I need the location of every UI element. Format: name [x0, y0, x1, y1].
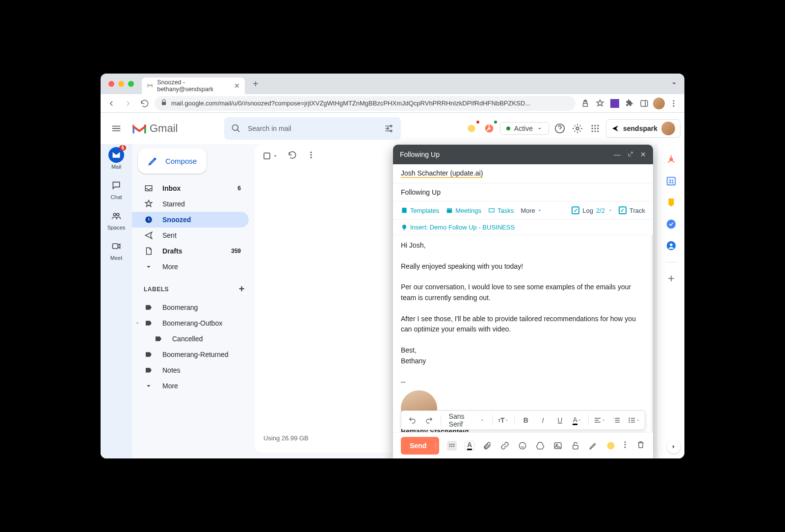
extension-purple-icon[interactable]	[608, 97, 622, 110]
kebab-menu-icon[interactable]	[667, 97, 680, 110]
attach-file-icon[interactable]	[482, 441, 492, 451]
compose-titlebar[interactable]: Following Up — ✕	[393, 145, 653, 164]
font-select[interactable]: Sans Serif	[445, 413, 488, 428]
nav-more[interactable]: More	[132, 259, 249, 275]
nav-inbox[interactable]: Inbox 6	[132, 180, 249, 196]
hs-tasks[interactable]: Tasks	[488, 207, 514, 214]
confidential-mode-icon[interactable]	[571, 441, 580, 451]
formatting-toggle-icon[interactable]	[447, 441, 457, 451]
bullet-list-button[interactable]	[627, 413, 641, 428]
sendspark-chip[interactable]: sendspark	[606, 119, 680, 138]
rail-mail[interactable]: 6 Mail	[108, 147, 124, 170]
align-button[interactable]	[593, 413, 607, 428]
hubspot-icon[interactable]	[482, 122, 496, 135]
nav-sent[interactable]: Sent	[132, 228, 249, 243]
close-tab-icon[interactable]: ✕	[234, 82, 240, 90]
minimize-window[interactable]	[118, 81, 124, 87]
add-label-button[interactable]: +	[239, 283, 245, 295]
addon-tasks-icon[interactable]	[666, 219, 677, 229]
popout-compose-icon[interactable]	[628, 151, 633, 158]
addon-get-addons-icon[interactable]	[666, 273, 677, 284]
insert-drive-icon[interactable]	[535, 441, 545, 451]
more-actions-icon[interactable]	[307, 151, 315, 161]
extensions-icon[interactable]	[623, 97, 636, 110]
forward-button[interactable]	[121, 97, 135, 110]
settings-gear-icon[interactable]	[571, 122, 584, 135]
hamburger-menu-icon[interactable]	[105, 123, 128, 134]
addon-calendar-icon[interactable]: 31	[666, 176, 677, 186]
italic-button[interactable]: I	[536, 413, 550, 428]
new-tab-button[interactable]: +	[251, 76, 261, 92]
share-icon[interactable]	[578, 97, 592, 110]
text-color-button[interactable]: A	[570, 413, 584, 428]
back-button[interactable]	[105, 97, 118, 110]
tune-icon[interactable]	[384, 124, 394, 133]
close-window[interactable]	[108, 81, 114, 87]
more-options-icon[interactable]	[621, 440, 629, 451]
bookmark-icon[interactable]	[593, 97, 607, 110]
label-notes[interactable]: Notes	[132, 362, 249, 378]
insert-link-icon[interactable]	[500, 441, 510, 451]
address-bar[interactable]: mail.google.com/mail/u/0/#snoozed?compos…	[155, 96, 576, 111]
send-button[interactable]: Send	[401, 437, 439, 455]
apps-grid-icon[interactable]	[588, 122, 602, 135]
collapse-sidepanel-icon[interactable]	[667, 440, 680, 454]
font-size-button[interactable]: тT	[497, 413, 511, 428]
compose-body[interactable]: Hi Josh, Really enjoyed speaking with yo…	[393, 235, 653, 432]
compose-subject-field[interactable]: Following Up	[393, 183, 653, 202]
caret-down-icon[interactable]	[135, 321, 140, 326]
label-boomerang[interactable]: Boomerang	[132, 300, 249, 315]
addon-contacts-icon[interactable]	[666, 240, 677, 251]
hs-templates[interactable]: Templates	[401, 207, 439, 214]
gmail-logo[interactable]: Gmail	[132, 122, 220, 135]
sendspark-insert-icon[interactable]	[606, 441, 616, 451]
profile-avatar[interactable]	[652, 97, 666, 110]
text-format-icon[interactable]: A	[465, 441, 474, 451]
underline-button[interactable]: U	[553, 413, 567, 428]
close-compose-icon[interactable]: ✕	[640, 151, 646, 158]
help-icon[interactable]	[553, 122, 567, 135]
recipient-chip[interactable]: Josh Schachter (update.ai)	[401, 169, 483, 178]
maximize-window[interactable]	[128, 81, 134, 87]
addon-keep-icon[interactable]	[666, 197, 677, 208]
nav-starred[interactable]: Starred	[132, 196, 249, 212]
reload-button[interactable]	[138, 97, 152, 110]
rail-meet[interactable]: Meet	[108, 238, 124, 261]
search-bar[interactable]: Search in mail	[224, 117, 401, 140]
yellow-indicator-icon[interactable]	[465, 122, 478, 135]
hs-meetings[interactable]: Meetings	[446, 207, 481, 214]
hs-log[interactable]: ✓ Log 2/2	[572, 206, 613, 214]
rail-spaces[interactable]: Spaces	[107, 208, 126, 230]
numbered-list-button[interactable]: 1	[609, 413, 624, 428]
svg-point-39	[628, 422, 630, 423]
label-cancelled[interactable]: Cancelled	[132, 331, 249, 347]
addon-hubspot-icon[interactable]	[666, 154, 677, 165]
redo-button[interactable]	[422, 413, 437, 428]
status-pill[interactable]: Active	[500, 122, 549, 135]
sidepanel-icon[interactable]	[637, 97, 651, 110]
refresh-button[interactable]	[288, 151, 297, 161]
hs-more[interactable]: More	[521, 207, 542, 214]
tabs-menu-icon[interactable]	[670, 79, 679, 89]
rail-chat[interactable]: Chat	[108, 177, 124, 200]
account-avatar[interactable]	[661, 122, 675, 135]
insert-signature-icon[interactable]	[588, 441, 598, 451]
browser-tab[interactable]: Snoozed - bethany@sendspark ✕	[142, 77, 245, 94]
hs-insert-template[interactable]: Insert: Demo Follow Up - BUSINESS	[401, 224, 515, 231]
hs-track[interactable]: ✓ Track	[619, 206, 645, 214]
label-boomerang-returned[interactable]: Boomerang-Returned	[132, 347, 249, 362]
compose-button[interactable]: Compose	[138, 148, 207, 174]
send-options-caret[interactable]	[435, 442, 439, 450]
label-boomerang-outbox[interactable]: Boomerang-Outbox	[132, 315, 249, 331]
insert-photo-icon[interactable]	[553, 441, 563, 451]
undo-button[interactable]	[405, 413, 419, 428]
discard-draft-icon[interactable]	[636, 440, 645, 451]
select-all[interactable]	[262, 152, 278, 160]
minimize-compose-icon[interactable]: —	[614, 151, 621, 158]
compose-to-field[interactable]: Josh Schachter (update.ai)	[393, 164, 653, 183]
insert-emoji-icon[interactable]	[518, 441, 527, 451]
nav-snoozed[interactable]: Snoozed	[132, 212, 249, 228]
bold-button[interactable]: B	[519, 413, 533, 428]
labels-more[interactable]: More	[132, 378, 249, 394]
nav-drafts[interactable]: Drafts 359	[132, 243, 249, 259]
